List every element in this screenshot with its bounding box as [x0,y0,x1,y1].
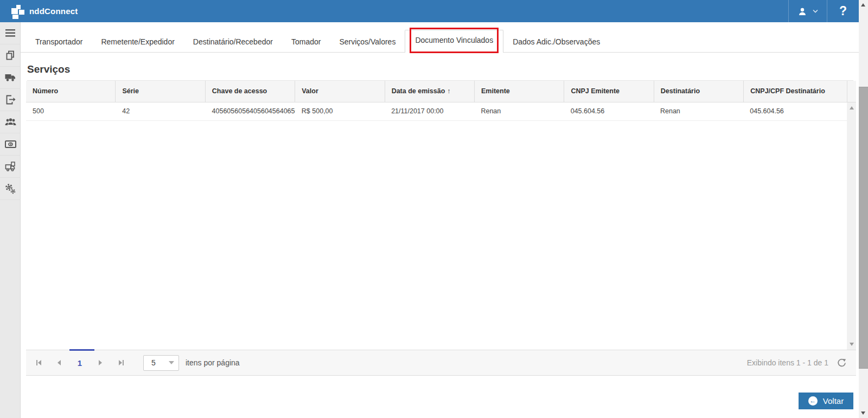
column-header-cnpj-cpf-destinat-rio[interactable]: CNPJ/CPF Destinatário [743,81,847,102]
app-header: nddConnect ? [0,0,859,22]
sidebar [0,22,21,418]
sidebar-item-users[interactable] [0,111,21,133]
tab-label: Transportador [35,37,82,46]
cell-n-mero: 500 [26,102,116,120]
tab-label: Remetente/Expedidor [101,37,174,46]
cell-emitente: Renan [474,102,564,120]
delivery-truck-icon [5,162,16,171]
app-logo: nddConnect [11,4,78,18]
pager: 1 5 itens por página Exibindo itens 1 - … [26,350,856,376]
banknote-icon [5,140,16,148]
column-header-data-de-emiss-o[interactable]: Data de emissão↑ [385,81,474,102]
scroll-down-icon[interactable] [861,411,865,415]
truck-icon [5,73,16,82]
app-title: nddConnect [29,7,78,16]
main-content: TransportadorRemetente/ExpedidorDestinat… [21,22,859,418]
table-row[interactable]: 5004240560560564056045640650...R$ 500,00… [26,102,847,121]
users-group-icon [5,118,16,126]
tab-label: Destinatário/Recebedor [193,37,273,46]
scroll-up-icon[interactable] [850,106,854,110]
back-button[interactable]: ← Voltar [799,393,853,409]
last-page-button[interactable] [111,355,131,371]
ndd-logo-icon [11,4,25,18]
tab-tomador[interactable]: Tomador [282,32,330,52]
next-page-icon [99,360,102,365]
refresh-icon [837,358,846,368]
grid-body: 5004240560560564056045640650...R$ 500,00… [26,102,856,350]
cell-s-rie: 42 [116,102,205,120]
tab-destinat-rio-recebedor[interactable]: Destinatário/Recebedor [184,32,282,52]
sidebar-item-settings[interactable] [0,178,21,200]
cell-cnpj-cpf-destinat-rio: 045.604.56 [743,102,847,120]
cell-data-de-emiss-o: 21/11/2017 00:00 [385,102,474,120]
cell-valor: R$ 500,00 [295,102,385,120]
first-page-icon [36,360,37,365]
header-scrollbar-filler [847,81,856,102]
services-grid: NúmeroSérieChave de acessoValorData de e… [26,81,856,376]
tab-transportador[interactable]: Transportador [26,32,92,52]
tab-strip: TransportadorRemetente/ExpedidorDestinat… [21,30,859,53]
page-scrollbar[interactable] [859,0,868,418]
column-header-destinat-rio[interactable]: Destinatário [654,81,743,102]
page-size-label: itens por página [186,358,240,367]
previous-page-icon [58,360,61,365]
column-header-valor[interactable]: Valor [295,81,384,102]
cell-chave-de-acesso: 40560560564056045640650... [206,102,295,120]
cell-cnpj-emitente: 045.604.56 [564,102,654,120]
scroll-down-icon[interactable] [850,343,854,346]
page-size-select[interactable]: 5 [143,355,179,371]
hamburger-menu-icon [5,29,15,37]
user-menu-button[interactable] [788,0,827,22]
column-header-cnpj-emitente[interactable]: CNPJ Emitente [564,81,653,102]
cell-destinat-rio: Renan [654,102,743,120]
export-document-icon [5,95,16,105]
help-icon: ? [839,4,847,18]
sidebar-item-freight[interactable] [0,156,21,178]
scroll-up-icon[interactable] [861,3,865,7]
chevron-down-icon [169,361,174,364]
tab-label: Dados Adic./Observações [513,37,600,46]
sidebar-item-export[interactable] [0,89,21,111]
selected-page-indicator [69,349,94,351]
chevron-down-icon [813,9,818,13]
sidebar-item-transport[interactable] [0,67,21,89]
grid-header-row: NúmeroSérieChave de acessoValorData de e… [26,81,856,102]
help-button[interactable]: ? [827,0,859,22]
highlighted-tab-label: Documento Vinculados [410,28,499,53]
scrollbar-thumb[interactable] [859,87,868,369]
tab-dados-adic-observa-es[interactable]: Dados Adic./Observações [503,32,609,52]
previous-page-button[interactable] [49,355,69,371]
tab-label: Tomador [291,37,321,46]
sidebar-item-finance[interactable] [0,133,21,156]
back-button-label: Voltar [823,396,844,406]
copy-documents-icon [5,50,16,61]
column-header-emitente[interactable]: Emitente [474,81,564,102]
items-info: Exibindo itens 1 - 1 de 1 [747,358,828,367]
tab-remetente-expedidor[interactable]: Remetente/Expedidor [92,32,183,52]
grid-rows: 5004240560560564056045640650...R$ 500,00… [26,102,847,121]
last-page-icon [119,360,122,365]
tab-label: Serviços/Valores [339,37,395,46]
sort-asc-icon: ↑ [447,87,450,95]
column-header-s-rie[interactable]: Série [115,81,205,102]
page-size-value: 5 [144,358,156,367]
sidebar-item-menu[interactable] [0,22,21,44]
page-title: Serviços [27,63,853,81]
settings-gears-icon [5,183,16,194]
user-icon [797,7,807,16]
sidebar-item-documents[interactable] [0,44,21,67]
first-page-button[interactable] [28,355,49,371]
grid-scrollbar[interactable] [847,102,856,350]
arrow-left-icon: ← [808,396,818,406]
column-header-chave-de-acesso[interactable]: Chave de acesso [205,81,295,102]
refresh-button[interactable] [837,358,846,368]
column-header-n-mero[interactable]: Número [26,81,115,102]
tab-servi-os-valores[interactable]: Serviços/Valores [330,32,405,52]
tab-documento-vinculados[interactable]: Documento Vinculados [405,30,503,53]
next-page-button[interactable] [90,355,111,371]
page-number-1[interactable]: 1 [69,358,90,368]
